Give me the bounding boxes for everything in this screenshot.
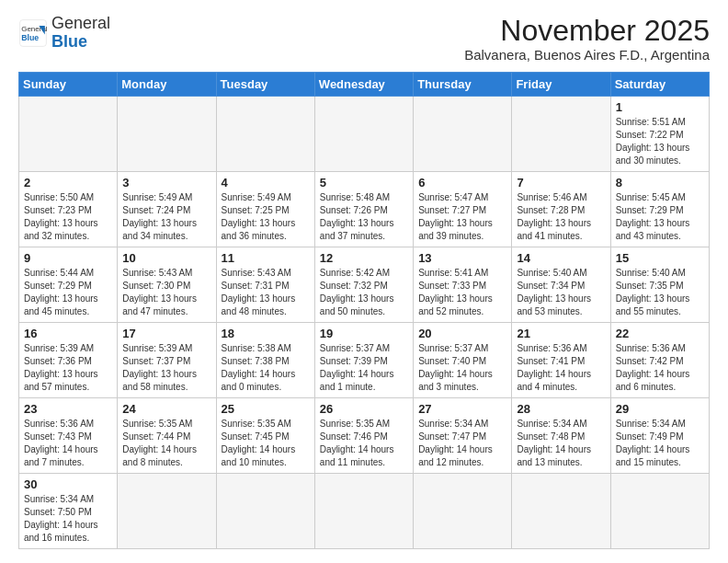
day-number: 13 <box>418 251 506 265</box>
header-wednesday: Wednesday <box>314 73 413 97</box>
day-number: 22 <box>616 327 704 340</box>
day-number: 8 <box>616 176 704 190</box>
header: General Blue General Blue November 2025 … <box>18 15 710 63</box>
logo-icon: General Blue <box>18 18 48 48</box>
calendar-cell <box>118 97 216 172</box>
calendar-cell: 26Sunrise: 5:35 AM Sunset: 7:46 PM Dayli… <box>314 398 413 474</box>
day-number: 19 <box>320 327 408 340</box>
day-number: 1 <box>616 100 704 114</box>
calendar-cell: 22Sunrise: 5:36 AM Sunset: 7:42 PM Dayli… <box>610 323 709 398</box>
calendar-cell <box>216 97 314 172</box>
svg-text:Blue: Blue <box>21 33 39 42</box>
day-info: Sunrise: 5:40 AM Sunset: 7:34 PM Dayligh… <box>517 267 605 318</box>
calendar-cell: 10Sunrise: 5:43 AM Sunset: 7:30 PM Dayli… <box>118 247 216 323</box>
day-number: 18 <box>222 327 310 340</box>
day-number: 30 <box>24 477 112 491</box>
day-number: 9 <box>24 251 112 265</box>
day-info: Sunrise: 5:35 AM Sunset: 7:45 PM Dayligh… <box>222 418 310 469</box>
day-number: 6 <box>418 176 506 190</box>
day-info: Sunrise: 5:45 AM Sunset: 7:29 PM Dayligh… <box>616 191 704 243</box>
day-info: Sunrise: 5:40 AM Sunset: 7:35 PM Dayligh… <box>616 267 704 318</box>
calendar-cell: 2Sunrise: 5:50 AM Sunset: 7:23 PM Daylig… <box>19 172 118 247</box>
calendar-cell: 5Sunrise: 5:48 AM Sunset: 7:26 PM Daylig… <box>314 172 413 247</box>
calendar-week-3: 16Sunrise: 5:39 AM Sunset: 7:36 PM Dayli… <box>19 323 710 398</box>
day-number: 15 <box>616 251 704 265</box>
day-info: Sunrise: 5:41 AM Sunset: 7:33 PM Dayligh… <box>418 267 506 318</box>
calendar-cell: 9Sunrise: 5:44 AM Sunset: 7:29 PM Daylig… <box>19 247 118 323</box>
calendar-cell <box>414 97 512 172</box>
day-info: Sunrise: 5:34 AM Sunset: 7:49 PM Dayligh… <box>616 418 704 469</box>
day-info: Sunrise: 5:36 AM Sunset: 7:41 PM Dayligh… <box>517 342 605 394</box>
day-info: Sunrise: 5:34 AM Sunset: 7:48 PM Dayligh… <box>517 418 605 469</box>
day-info: Sunrise: 5:49 AM Sunset: 7:24 PM Dayligh… <box>122 191 210 243</box>
calendar-cell: 30Sunrise: 5:34 AM Sunset: 7:50 PM Dayli… <box>19 474 118 549</box>
calendar-cell <box>610 474 709 549</box>
header-monday: Monday <box>118 73 216 97</box>
day-info: Sunrise: 5:43 AM Sunset: 7:30 PM Dayligh… <box>122 267 210 318</box>
logo: General Blue General Blue <box>18 15 110 52</box>
day-info: Sunrise: 5:39 AM Sunset: 7:36 PM Dayligh… <box>24 342 112 394</box>
subtitle: Balvanera, Buenos Aires F.D., Argentina <box>464 47 710 63</box>
day-info: Sunrise: 5:34 AM Sunset: 7:50 PM Dayligh… <box>24 493 112 545</box>
calendar-cell: 7Sunrise: 5:46 AM Sunset: 7:28 PM Daylig… <box>512 172 610 247</box>
day-info: Sunrise: 5:35 AM Sunset: 7:46 PM Dayligh… <box>320 418 408 469</box>
day-info: Sunrise: 5:38 AM Sunset: 7:38 PM Dayligh… <box>222 342 310 394</box>
calendar-cell: 18Sunrise: 5:38 AM Sunset: 7:38 PM Dayli… <box>216 323 314 398</box>
day-info: Sunrise: 5:34 AM Sunset: 7:47 PM Dayligh… <box>418 418 506 469</box>
calendar-cell: 14Sunrise: 5:40 AM Sunset: 7:34 PM Dayli… <box>512 247 610 323</box>
calendar-cell: 4Sunrise: 5:49 AM Sunset: 7:25 PM Daylig… <box>216 172 314 247</box>
day-number: 29 <box>616 402 704 416</box>
calendar-cell <box>314 97 413 172</box>
day-number: 10 <box>122 251 210 265</box>
day-number: 24 <box>122 402 210 416</box>
day-number: 23 <box>24 402 112 416</box>
calendar-cell: 6Sunrise: 5:47 AM Sunset: 7:27 PM Daylig… <box>414 172 512 247</box>
day-number: 14 <box>517 251 605 265</box>
calendar: SundayMondayTuesdayWednesdayThursdayFrid… <box>18 72 710 549</box>
day-info: Sunrise: 5:47 AM Sunset: 7:27 PM Dayligh… <box>418 191 506 243</box>
month-title: November 2025 <box>464 15 710 47</box>
day-number: 12 <box>320 251 408 265</box>
day-info: Sunrise: 5:36 AM Sunset: 7:43 PM Dayligh… <box>24 418 112 469</box>
day-number: 17 <box>122 327 210 340</box>
calendar-week-5: 30Sunrise: 5:34 AM Sunset: 7:50 PM Dayli… <box>19 474 710 549</box>
day-info: Sunrise: 5:51 AM Sunset: 7:22 PM Dayligh… <box>616 116 704 167</box>
day-number: 25 <box>222 402 310 416</box>
calendar-cell: 23Sunrise: 5:36 AM Sunset: 7:43 PM Dayli… <box>19 398 118 474</box>
calendar-cell: 11Sunrise: 5:43 AM Sunset: 7:31 PM Dayli… <box>216 247 314 323</box>
calendar-cell: 13Sunrise: 5:41 AM Sunset: 7:33 PM Dayli… <box>414 247 512 323</box>
header-sunday: Sunday <box>19 73 118 97</box>
day-info: Sunrise: 5:48 AM Sunset: 7:26 PM Dayligh… <box>320 191 408 243</box>
header-saturday: Saturday <box>610 73 709 97</box>
calendar-cell: 19Sunrise: 5:37 AM Sunset: 7:39 PM Dayli… <box>314 323 413 398</box>
calendar-week-0: 1Sunrise: 5:51 AM Sunset: 7:22 PM Daylig… <box>19 97 710 172</box>
calendar-cell <box>414 474 512 549</box>
day-number: 26 <box>320 402 408 416</box>
calendar-header-row: SundayMondayTuesdayWednesdayThursdayFrid… <box>19 73 710 97</box>
calendar-cell: 29Sunrise: 5:34 AM Sunset: 7:49 PM Dayli… <box>610 398 709 474</box>
day-info: Sunrise: 5:37 AM Sunset: 7:40 PM Dayligh… <box>418 342 506 394</box>
day-number: 28 <box>517 402 605 416</box>
calendar-week-2: 9Sunrise: 5:44 AM Sunset: 7:29 PM Daylig… <box>19 247 710 323</box>
day-info: Sunrise: 5:37 AM Sunset: 7:39 PM Dayligh… <box>320 342 408 394</box>
day-info: Sunrise: 5:50 AM Sunset: 7:23 PM Dayligh… <box>24 191 112 243</box>
logo-general: General <box>51 14 110 32</box>
page: General Blue General Blue November 2025 … <box>0 0 728 563</box>
calendar-cell: 16Sunrise: 5:39 AM Sunset: 7:36 PM Dayli… <box>19 323 118 398</box>
calendar-cell <box>216 474 314 549</box>
day-info: Sunrise: 5:44 AM Sunset: 7:29 PM Dayligh… <box>24 267 112 318</box>
day-info: Sunrise: 5:39 AM Sunset: 7:37 PM Dayligh… <box>122 342 210 394</box>
day-number: 21 <box>517 327 605 340</box>
calendar-cell <box>118 474 216 549</box>
day-number: 5 <box>320 176 408 190</box>
day-number: 4 <box>222 176 310 190</box>
header-tuesday: Tuesday <box>216 73 314 97</box>
day-number: 3 <box>122 176 210 190</box>
calendar-cell <box>314 474 413 549</box>
title-section: November 2025 Balvanera, Buenos Aires F.… <box>464 15 710 63</box>
calendar-cell <box>512 474 610 549</box>
calendar-cell: 17Sunrise: 5:39 AM Sunset: 7:37 PM Dayli… <box>118 323 216 398</box>
calendar-cell: 27Sunrise: 5:34 AM Sunset: 7:47 PM Dayli… <box>414 398 512 474</box>
calendar-week-4: 23Sunrise: 5:36 AM Sunset: 7:43 PM Dayli… <box>19 398 710 474</box>
day-number: 11 <box>222 251 310 265</box>
